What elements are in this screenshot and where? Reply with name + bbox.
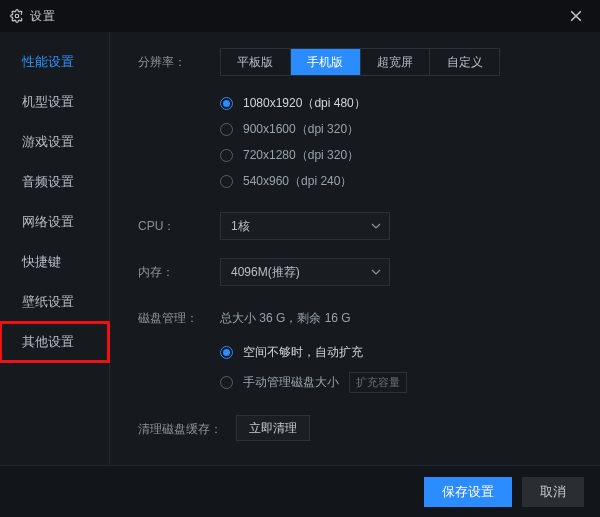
chevron-down-icon — [371, 221, 381, 231]
row-cpu: CPU： 1核 — [138, 212, 580, 240]
sidebar-item-label: 机型设置 — [22, 94, 74, 109]
sidebar-item-label: 游戏设置 — [22, 134, 74, 149]
radio-icon — [220, 123, 233, 136]
tab-phone[interactable]: 手机版 — [291, 49, 361, 75]
memory-value: 4096M(推荐) — [231, 264, 300, 281]
sidebar-item-label: 其他设置 — [22, 334, 74, 349]
clear-cache-label: 清理磁盘缓存： — [138, 415, 236, 438]
sidebar-item-game[interactable]: 游戏设置 — [0, 122, 109, 162]
radio-icon — [220, 149, 233, 162]
cpu-value: 1核 — [231, 218, 250, 235]
sidebar: 性能设置 机型设置 游戏设置 音频设置 网络设置 快捷键 壁纸设置 其他设置 — [0, 32, 110, 465]
cancel-button[interactable]: 取消 — [522, 477, 584, 507]
memory-label: 内存： — [138, 258, 220, 281]
resolution-tabs: 平板版 手机版 超宽屏 自定义 — [220, 48, 500, 76]
row-resolution: 分辨率： 平板版 手机版 超宽屏 自定义 1080x1920（dpi 480） … — [138, 48, 580, 194]
disk-option-manual[interactable]: 手动管理磁盘大小 扩充容量 — [220, 367, 580, 397]
cpu-label: CPU： — [138, 212, 220, 235]
content-panel: 分辨率： 平板版 手机版 超宽屏 自定义 1080x1920（dpi 480） … — [110, 32, 600, 465]
resolution-option[interactable]: 540x960（dpi 240） — [220, 168, 580, 194]
tab-tablet[interactable]: 平板版 — [221, 49, 291, 75]
sidebar-item-performance[interactable]: 性能设置 — [0, 42, 109, 82]
sidebar-item-network[interactable]: 网络设置 — [0, 202, 109, 242]
sidebar-item-wallpaper[interactable]: 壁纸设置 — [0, 282, 109, 322]
expand-disk-button[interactable]: 扩充容量 — [349, 372, 407, 393]
sidebar-item-label: 性能设置 — [22, 54, 74, 69]
resolution-label: 分辨率： — [138, 48, 220, 71]
save-button[interactable]: 保存设置 — [424, 477, 512, 507]
resolution-option[interactable]: 1080x1920（dpi 480） — [220, 90, 580, 116]
sidebar-item-hotkey[interactable]: 快捷键 — [0, 242, 109, 282]
disk-label: 磁盘管理： — [138, 304, 220, 327]
close-icon — [570, 10, 582, 22]
sidebar-item-label: 快捷键 — [22, 254, 61, 269]
close-button[interactable] — [562, 2, 590, 30]
tab-ultrawide[interactable]: 超宽屏 — [361, 49, 431, 75]
radio-icon — [220, 346, 233, 359]
resolution-options: 1080x1920（dpi 480） 900x1600（dpi 320） 720… — [220, 90, 580, 194]
settings-window: 设置 性能设置 机型设置 游戏设置 音频设置 网络设置 快捷键 壁纸设置 其他设… — [0, 0, 600, 517]
radio-icon — [220, 376, 233, 389]
radio-icon — [220, 175, 233, 188]
tab-custom[interactable]: 自定义 — [430, 49, 499, 75]
row-memory: 内存： 4096M(推荐) — [138, 258, 580, 286]
sidebar-item-label: 壁纸设置 — [22, 294, 74, 309]
row-disk: 磁盘管理： 总大小 36 G，剩余 16 G 空间不够时，自动扩充 手动管理磁盘… — [138, 304, 580, 397]
disk-info: 总大小 36 G，剩余 16 G — [220, 304, 580, 327]
sidebar-item-other[interactable]: 其他设置 — [0, 322, 109, 362]
clear-cache-button[interactable]: 立即清理 — [236, 415, 310, 441]
window-title: 设置 — [30, 8, 562, 25]
svg-point-0 — [15, 14, 19, 18]
sidebar-item-label: 音频设置 — [22, 174, 74, 189]
titlebar: 设置 — [0, 0, 600, 32]
memory-select[interactable]: 4096M(推荐) — [220, 258, 390, 286]
resolution-option[interactable]: 720x1280（dpi 320） — [220, 142, 580, 168]
gear-icon — [10, 9, 24, 23]
sidebar-item-audio[interactable]: 音频设置 — [0, 162, 109, 202]
resolution-option[interactable]: 900x1600（dpi 320） — [220, 116, 580, 142]
sidebar-item-label: 网络设置 — [22, 214, 74, 229]
radio-icon — [220, 97, 233, 110]
cpu-select[interactable]: 1核 — [220, 212, 390, 240]
sidebar-item-model[interactable]: 机型设置 — [0, 82, 109, 122]
footer: 保存设置 取消 — [0, 465, 600, 517]
window-body: 性能设置 机型设置 游戏设置 音频设置 网络设置 快捷键 壁纸设置 其他设置 分… — [0, 32, 600, 465]
row-clear-cache: 清理磁盘缓存： 立即清理 — [138, 415, 580, 441]
chevron-down-icon — [371, 267, 381, 277]
disk-option-auto[interactable]: 空间不够时，自动扩充 — [220, 337, 580, 367]
